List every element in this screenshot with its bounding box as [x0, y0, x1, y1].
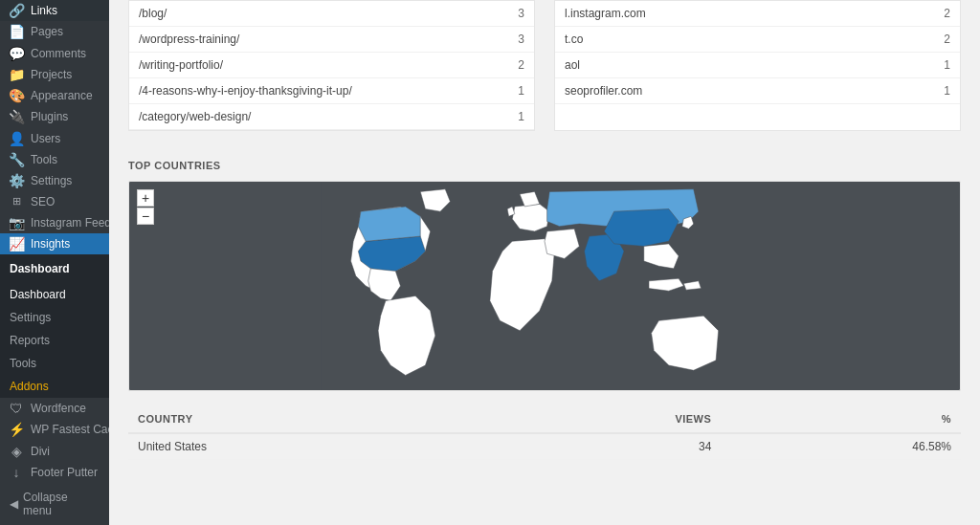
map-controls: + − — [137, 189, 154, 225]
insights-submenu: Dashboard Dashboard Settings Reports Too… — [0, 254, 109, 398]
map-zoom-in[interactable]: + — [137, 189, 154, 207]
views-col-header: VIEWS — [492, 405, 721, 433]
settings-icon: ⚙️ — [8, 173, 25, 188]
world-map: + − — [128, 181, 961, 391]
appearance-icon: 🎨 — [8, 88, 25, 103]
footer-putter-icon: ↓ — [8, 465, 25, 480]
collapse-icon: ◀ — [10, 497, 18, 511]
table-row: /category/web-design/1 — [129, 104, 534, 130]
divi-icon: ◈ — [8, 444, 25, 459]
submenu-item-reports[interactable]: Reports — [0, 329, 109, 352]
domain-cell: seoprofiler.com — [555, 78, 922, 104]
count-cell: 3 — [496, 27, 534, 53]
sidebar-item-divi[interactable]: ◈ Divi — [0, 440, 109, 461]
submenu-item-dashboard[interactable]: Dashboard — [0, 283, 109, 306]
count-cell: 1 — [496, 104, 534, 130]
submenu-header: Dashboard — [0, 254, 109, 283]
country-views: 34 — [492, 433, 721, 460]
insights-icon: 📈 — [8, 236, 25, 252]
top-countries-section: TOP COUNTRIES + − — [128, 150, 961, 460]
table-row: l.instagram.com2 — [555, 1, 960, 27]
referrers-table: l.instagram.com2t.co2aol1seoprofiler.com… — [555, 1, 960, 104]
submenu-item-tools[interactable]: Tools — [0, 352, 109, 375]
main-content: /blog/3/wordpress-training/3/writing-por… — [109, 0, 980, 525]
table-row: /4-reasons-why-i-enjoy-thanksgiving-it-u… — [129, 78, 534, 104]
sidebar-item-footer-putter[interactable]: ↓ Footer Putter — [0, 462, 109, 483]
table-row: /writing-portfolio/2 — [129, 53, 534, 78]
pages-icon: 📄 — [8, 24, 25, 39]
links-icon: 🔗 — [8, 3, 25, 18]
submenu-item-settings[interactable]: Settings — [0, 306, 109, 329]
right-data-table: l.instagram.com2t.co2aol1seoprofiler.com… — [554, 0, 961, 131]
left-data-table: /blog/3/wordpress-training/3/writing-por… — [128, 0, 535, 131]
country-table-row: United States 34 46.58% — [128, 433, 961, 460]
seo-icon: ⊞ — [8, 195, 25, 208]
sidebar-item-wp-fastest-cache[interactable]: ⚡ WP Fastest Cache — [0, 419, 109, 440]
world-map-svg — [129, 182, 960, 390]
country-table-header-row: COUNTRY VIEWS % — [128, 405, 961, 433]
count-cell: 1 — [922, 78, 960, 104]
sidebar-item-settings[interactable]: ⚙️ Settings — [0, 170, 109, 191]
country-name: United States — [128, 433, 492, 460]
instagram-icon: 📷 — [8, 215, 25, 230]
submenu-item-addons[interactable]: Addons — [0, 375, 109, 398]
path-cell: /category/web-design/ — [129, 104, 496, 130]
sidebar-item-tools[interactable]: 🔧 Tools — [0, 149, 109, 170]
sidebar-item-instagram-feed[interactable]: 📷 Instagram Feed — [0, 211, 109, 232]
sidebar-item-plugins[interactable]: 🔌 Plugins — [0, 106, 109, 127]
map-zoom-out[interactable]: − — [137, 208, 154, 225]
section-title: TOP COUNTRIES — [128, 150, 961, 171]
sidebar-item-links[interactable]: 🔗 Links — [0, 0, 109, 21]
count-cell: 2 — [922, 27, 960, 53]
sidebar-item-comments[interactable]: 💬 Comments — [0, 43, 109, 64]
wp-fastest-cache-icon: ⚡ — [8, 422, 25, 437]
table-row: /blog/3 — [129, 1, 534, 27]
comments-icon: 💬 — [8, 46, 25, 61]
collapse-menu[interactable]: ◀ Collapse menu — [0, 483, 109, 525]
table-row: aol1 — [555, 53, 960, 78]
path-cell: /blog/ — [129, 1, 496, 27]
sidebar-item-seo[interactable]: ⊞ SEO — [0, 191, 109, 211]
count-cell: 1 — [922, 53, 960, 78]
sidebar-item-insights[interactable]: 📈 Insights — [0, 233, 109, 254]
country-pct: 46.58% — [721, 433, 961, 460]
sidebar-item-appearance[interactable]: 🎨 Appearance — [0, 85, 109, 106]
count-cell: 2 — [496, 53, 534, 78]
plugins-icon: 🔌 — [8, 109, 25, 124]
sidebar: 🔗 Links 📄 Pages 💬 Comments 📁 Projects 🎨 … — [0, 0, 109, 525]
count-cell: 3 — [496, 1, 534, 27]
domain-cell: t.co — [555, 27, 922, 53]
table-row: seoprofiler.com1 — [555, 78, 960, 104]
pages-table: /blog/3/wordpress-training/3/writing-por… — [129, 1, 534, 130]
table-row: t.co2 — [555, 27, 960, 53]
wordfence-icon: 🛡 — [8, 401, 25, 416]
table-row: /wordpress-training/3 — [129, 27, 534, 53]
sidebar-item-pages[interactable]: 📄 Pages — [0, 21, 109, 42]
domain-cell: l.instagram.com — [555, 1, 922, 27]
sidebar-item-projects[interactable]: 📁 Projects — [0, 64, 109, 85]
users-icon: 👤 — [8, 131, 25, 146]
top-tables: /blog/3/wordpress-training/3/writing-por… — [128, 0, 961, 131]
path-cell: /writing-portfolio/ — [129, 53, 496, 78]
count-cell: 2 — [922, 1, 960, 27]
country-col-header: COUNTRY — [128, 405, 492, 433]
count-cell: 1 — [496, 78, 534, 104]
tools-icon: 🔧 — [8, 152, 25, 167]
path-cell: /4-reasons-why-i-enjoy-thanksgiving-it-u… — [129, 78, 496, 104]
path-cell: /wordpress-training/ — [129, 27, 496, 53]
country-table: COUNTRY VIEWS % United States 34 46.58% — [128, 405, 961, 460]
projects-icon: 📁 — [8, 67, 25, 82]
pct-col-header: % — [721, 405, 961, 433]
sidebar-item-wordfence[interactable]: 🛡 Wordfence — [0, 398, 109, 419]
domain-cell: aol — [555, 53, 922, 78]
sidebar-item-users[interactable]: 👤 Users — [0, 128, 109, 149]
